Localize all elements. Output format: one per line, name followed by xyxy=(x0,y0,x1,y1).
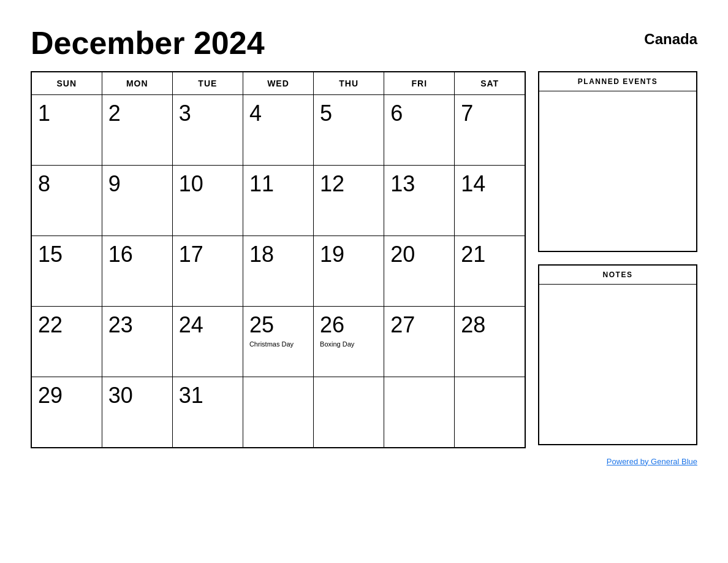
sidebar: PLANNED EVENTS NOTES xyxy=(538,71,697,448)
calendar-cell: 20 xyxy=(384,236,455,307)
calendar-cell: 30 xyxy=(102,377,172,448)
header-wed: WED xyxy=(243,72,313,95)
day-number: 5 xyxy=(320,100,377,126)
calendar-cell: 12 xyxy=(314,166,384,236)
powered-by-link[interactable]: Powered by General Blue xyxy=(607,457,697,466)
calendar-cell: 25Christmas Day xyxy=(243,307,313,377)
calendar-section: SUN MON TUE WED THU FRI SAT 123456789101… xyxy=(31,71,526,448)
calendar-cell: 26Boxing Day xyxy=(314,307,384,377)
day-number: 15 xyxy=(38,241,96,267)
holiday-label: Christmas Day xyxy=(249,340,307,348)
day-number: 22 xyxy=(38,312,96,338)
calendar-cell: 14 xyxy=(455,166,525,236)
header-sun: SUN xyxy=(31,72,102,95)
day-number: 6 xyxy=(390,100,448,126)
calendar-week-row: 293031 xyxy=(31,377,525,448)
calendar-cell: 27 xyxy=(384,307,455,377)
day-number: 16 xyxy=(108,241,166,267)
day-number: 18 xyxy=(249,241,307,267)
header-mon: MON xyxy=(102,72,172,95)
calendar-week-row: 891011121314 xyxy=(31,166,525,236)
day-number: 23 xyxy=(108,312,166,338)
country-title: Canada xyxy=(644,25,697,48)
day-number: 25 xyxy=(249,312,307,338)
calendar-cell: 8 xyxy=(31,166,102,236)
calendar-cell: 10 xyxy=(172,166,243,236)
day-number: 12 xyxy=(320,170,377,197)
calendar-week-row: 15161718192021 xyxy=(31,236,525,307)
calendar-cell: 17 xyxy=(172,236,243,307)
calendar-cell: 24 xyxy=(172,307,243,377)
calendar-cell: 11 xyxy=(243,166,313,236)
header-thu: THU xyxy=(314,72,384,95)
calendar-cell: 31 xyxy=(172,377,243,448)
calendar-cell xyxy=(384,377,455,448)
day-number: 17 xyxy=(179,241,237,267)
day-number: 2 xyxy=(108,100,166,126)
day-number: 24 xyxy=(179,312,237,338)
calendar-cell xyxy=(455,377,525,448)
day-number: 8 xyxy=(38,170,96,197)
calendar-cell: 22 xyxy=(31,307,102,377)
calendar-week-row: 22232425Christmas Day26Boxing Day2728 xyxy=(31,307,525,377)
calendar-cell xyxy=(314,377,384,448)
calendar-cell: 16 xyxy=(102,236,172,307)
day-number: 19 xyxy=(320,241,377,267)
day-number: 14 xyxy=(461,170,518,197)
day-number: 1 xyxy=(38,100,96,126)
calendar-cell: 9 xyxy=(102,166,172,236)
day-number: 11 xyxy=(249,170,307,197)
calendar-table: SUN MON TUE WED THU FRI SAT 123456789101… xyxy=(31,71,526,448)
day-number: 29 xyxy=(38,382,96,408)
planned-events-header: PLANNED EVENTS xyxy=(539,72,696,91)
day-number: 3 xyxy=(179,100,237,126)
month-title: December 2024 xyxy=(31,25,265,61)
header-tue: TUE xyxy=(172,72,243,95)
holiday-label: Boxing Day xyxy=(320,340,377,348)
calendar-cell: 3 xyxy=(172,95,243,166)
page: December 2024 Canada SUN MON TUE WED THU… xyxy=(0,0,728,563)
header: December 2024 Canada xyxy=(31,25,697,61)
day-number: 27 xyxy=(390,312,448,338)
day-number: 28 xyxy=(461,312,518,338)
footer: Powered by General Blue xyxy=(31,456,697,467)
day-number: 31 xyxy=(179,382,237,408)
calendar-cell xyxy=(243,377,313,448)
day-number: 13 xyxy=(390,170,448,197)
calendar-cell: 15 xyxy=(31,236,102,307)
day-number: 10 xyxy=(179,170,237,197)
calendar-cell: 5 xyxy=(314,95,384,166)
calendar-cell: 21 xyxy=(455,236,525,307)
header-fri: FRI xyxy=(384,72,455,95)
planned-events-body xyxy=(539,91,696,251)
calendar-cell: 28 xyxy=(455,307,525,377)
planned-events-box: PLANNED EVENTS xyxy=(538,71,697,252)
calendar-cell: 18 xyxy=(243,236,313,307)
calendar-cell: 1 xyxy=(31,95,102,166)
calendar-cell: 2 xyxy=(102,95,172,166)
day-number: 21 xyxy=(461,241,518,267)
day-number: 9 xyxy=(108,170,166,197)
day-number: 7 xyxy=(461,100,518,126)
day-number: 26 xyxy=(320,312,377,338)
notes-box: NOTES xyxy=(538,264,697,445)
calendar-cell: 19 xyxy=(314,236,384,307)
calendar-week-row: 1234567 xyxy=(31,95,525,166)
days-header-row: SUN MON TUE WED THU FRI SAT xyxy=(31,72,525,95)
calendar-cell: 13 xyxy=(384,166,455,236)
calendar-cell: 23 xyxy=(102,307,172,377)
day-number: 4 xyxy=(249,100,307,126)
calendar-cell: 4 xyxy=(243,95,313,166)
calendar-cell: 29 xyxy=(31,377,102,448)
notes-body xyxy=(539,285,696,444)
calendar-cell: 7 xyxy=(455,95,525,166)
day-number: 20 xyxy=(390,241,448,267)
notes-header: NOTES xyxy=(539,266,696,285)
main-content: SUN MON TUE WED THU FRI SAT 123456789101… xyxy=(31,71,697,448)
header-sat: SAT xyxy=(455,72,525,95)
day-number: 30 xyxy=(108,382,166,408)
calendar-cell: 6 xyxy=(384,95,455,166)
